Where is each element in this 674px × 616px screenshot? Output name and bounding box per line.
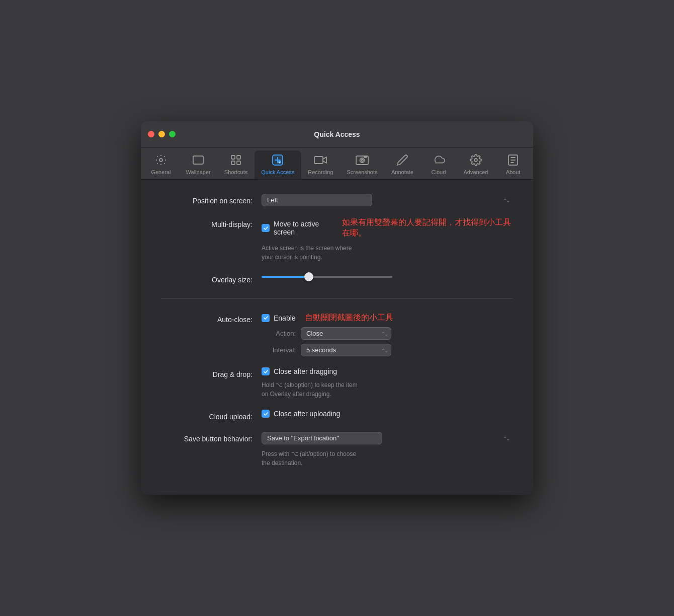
svg-rect-2 [231,156,235,159]
overlay-size-label: Overlay size: [161,273,262,284]
action-label: Action: [262,330,296,337]
action-select[interactable]: Close Hide Minimize [301,327,391,340]
titlebar: Quick Access [141,121,533,147]
tab-about-label: About [506,169,521,175]
tab-cloud-label: Cloud [432,169,446,175]
svg-point-14 [474,159,477,162]
drag-drop-content: Close after dragging Hold ⌥ (alt/option)… [262,367,513,399]
cloud-icon [432,153,445,167]
drag-drop-close-label: Close after dragging [274,367,337,375]
overlay-size-content [262,273,513,278]
overlay-size-slider-wrapper [262,273,513,278]
cloud-upload-content: Close after uploading [262,410,513,418]
drag-drop-checkbox[interactable]: Close after dragging [262,367,513,375]
action-row: Action: Close Hide Minimize [262,327,513,340]
position-select[interactable]: Left Right Top Bottom [262,194,372,206]
cloud-upload-label: Cloud upload: [161,410,262,421]
auto-close-annotation: 自動關閉截圖後的小工具 [305,313,393,323]
row-save-button: Save button behavior: Save to "Export lo… [161,432,513,468]
about-icon [507,153,520,167]
tab-recording[interactable]: Recording [301,150,340,179]
tab-quick-access-label: Quick Access [261,169,294,175]
auto-close-inline: Enable 自動關閉截圖後的小工具 [262,313,513,323]
tab-about[interactable]: About [495,150,531,179]
drag-drop-hint: Hold ⌥ (alt/option) to keep the itemon O… [262,380,513,399]
shortcuts-icon [229,153,242,167]
close-button[interactable] [148,131,154,137]
multi-display-annotation: 如果有用雙螢幕的人要記得開，才找得到小工具在哪。 [342,217,513,239]
tab-wallpaper[interactable]: Wallpaper [179,150,217,179]
svg-point-0 [159,159,162,162]
save-button-select[interactable]: Save to "Export location" Save to Deskto… [262,432,382,444]
tab-general[interactable]: General [143,150,179,179]
position-content: Left Right Top Bottom [262,194,513,206]
action-select-wrapper: Close Hide Minimize [301,327,391,340]
tab-screenshots[interactable]: Screenshots [340,150,384,179]
window-title: Quick Access [314,130,360,138]
interval-select-wrapper: 1 second 2 seconds 3 seconds 5 seconds 1… [301,344,391,356]
tab-shortcuts-label: Shortcuts [224,169,247,175]
drag-drop-label: Drag & drop: [161,367,262,378]
overlay-size-slider[interactable] [262,276,392,278]
drag-drop-checkmark [262,367,270,375]
position-label: Position on screen: [161,194,262,205]
row-position: Position on screen: Left Right Top Botto… [161,194,513,206]
move-to-active-label: Move to active screen [274,220,333,236]
save-button-content: Save to "Export location" Save to Deskto… [262,432,513,468]
move-to-active-checkbox[interactable]: Move to active screen [262,220,333,236]
tab-annotate-label: Annotate [391,169,413,175]
cloud-upload-checkbox[interactable]: Close after uploading [262,410,513,418]
tab-screenshots-label: Screenshots [347,169,377,175]
auto-close-checkmark [262,314,270,322]
tab-general-label: General [151,169,171,175]
section-display: Position on screen: Left Right Top Botto… [161,194,513,284]
gear-icon [154,153,167,167]
multi-display-hint: Active screen is the screen whereyour cu… [262,244,513,262]
position-select-wrapper: Left Right Top Bottom [262,194,513,206]
auto-close-content: Enable 自動關閉截圖後的小工具 Action: Close Hide Mi… [262,313,513,356]
auto-close-checkbox[interactable]: Enable [262,314,296,322]
minimize-button[interactable] [158,131,165,137]
section-behavior: Auto-close: Enable 自動關閉截圖後的小工具 [161,298,513,468]
tab-annotate[interactable]: Annotate [384,150,420,179]
multi-display-label: Multi-display: [161,217,262,228]
auto-close-enable-label: Enable [274,314,296,322]
tab-advanced[interactable]: Advanced [457,150,495,179]
tab-recording-label: Recording [308,169,333,175]
tab-quick-access[interactable]: Quick Access [255,150,301,179]
toolbar: General Wallpaper Shortcuts [141,147,533,180]
save-button-select-wrapper: Save to "Export location" Save to Deskto… [262,432,513,444]
save-button-hint: Press with ⌥ (alt/option) to choosethe d… [262,449,513,468]
save-button-label: Save button behavior: [161,432,262,443]
row-auto-close: Auto-close: Enable 自動關閉截圖後的小工具 [161,313,513,356]
auto-close-label: Auto-close: [161,313,262,324]
annotate-icon [396,153,409,167]
interval-row: Interval: 1 second 2 seconds 3 seconds 5… [262,344,513,356]
row-cloud-upload: Cloud upload: Close after uploading [161,410,513,421]
advanced-icon [469,153,482,167]
svg-rect-5 [237,161,240,165]
svg-rect-13 [364,156,367,158]
move-to-active-checkmark [262,224,270,232]
tab-shortcuts[interactable]: Shortcuts [217,150,255,179]
interval-select[interactable]: 1 second 2 seconds 3 seconds 5 seconds 1… [301,344,391,356]
window: Quick Access General Wallpaper [141,121,533,495]
recording-icon [314,153,327,167]
svg-point-12 [361,160,363,162]
content-area: Position on screen: Left Right Top Botto… [141,180,533,495]
multi-display-inline: Move to active screen 如果有用雙螢幕的人要記得開，才找得到… [262,217,513,239]
screenshots-icon [356,153,369,167]
row-multi-display: Multi-display: Move to active screen 如果有… [161,217,513,262]
row-overlay-size: Overlay size: [161,273,513,284]
tab-wallpaper-label: Wallpaper [186,169,211,175]
cloud-upload-close-label: Close after uploading [274,410,340,418]
quick-access-icon [271,153,284,167]
wallpaper-icon [192,153,205,167]
tab-advanced-label: Advanced [464,169,488,175]
tab-cloud[interactable]: Cloud [420,150,457,179]
multi-display-content: Move to active screen 如果有用雙螢幕的人要記得開，才找得到… [262,217,513,262]
svg-rect-4 [231,161,235,165]
interval-label: Interval: [262,346,296,354]
cloud-upload-checkmark [262,410,270,418]
maximize-button[interactable] [169,131,176,137]
